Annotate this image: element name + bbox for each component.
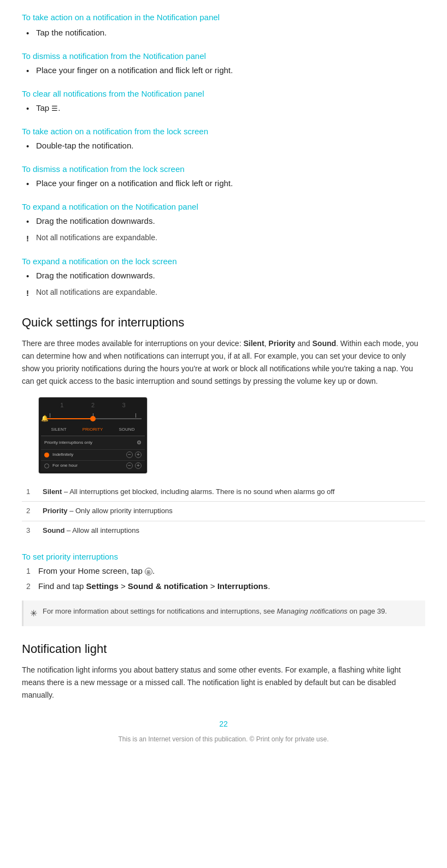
bullet-clear-all: • Tap ☰.: [26, 102, 425, 115]
bullet-text-expand-lock: Drag the notification downwards.: [36, 269, 425, 282]
step-number-2: 2: [26, 580, 38, 592]
legend-num-3: 3: [22, 521, 38, 540]
minus-button-2[interactable]: −: [126, 462, 133, 469]
legend-table: 1 Silent – All interruptions get blocked…: [22, 483, 425, 540]
device-number-1: 1: [56, 401, 67, 411]
priority-steps-list: 1 From your Home screen, tap ⊞. 2 Find a…: [26, 564, 425, 593]
legend-row-2: 2 Priority – Only allow priority interru…: [22, 502, 425, 521]
bullet-text-take-action-lock: Double-tap the notification.: [36, 139, 425, 152]
plus-button[interactable]: +: [135, 451, 142, 458]
device-options-bar: Priority interruptions only ⚙: [41, 436, 145, 449]
legend-row-1: 1 Silent – All interruptions get blocked…: [22, 483, 425, 502]
bullet-dot-6: •: [26, 215, 36, 228]
quick-settings-heading: Quick settings for interruptions: [22, 313, 425, 332]
radio-label-one-hour: For one hour: [52, 462, 78, 469]
tip-text: For more information about settings for …: [43, 606, 387, 617]
section-heading-expand-lock: To expand a notification on the lock scr…: [22, 255, 425, 268]
bullet-text-expand-panel: Drag the notification downwards.: [36, 215, 425, 228]
legend-num-1: 1: [22, 483, 38, 502]
section-heading-take-action-lock: To take action on a notification from th…: [22, 125, 425, 138]
legend-row-3: 3 Sound – Allow all interruptions: [22, 521, 425, 540]
tip-box: ✳ For more information about settings fo…: [22, 601, 425, 626]
step-1: 1 From your Home screen, tap ⊞.: [26, 564, 425, 578]
notification-light-body: The notification light informs you about…: [22, 664, 425, 701]
radio-unselected-circle: [44, 463, 49, 468]
step-text-2: Find and tap Settings > Sound & notifica…: [38, 580, 270, 593]
device-number-2: 2: [87, 401, 98, 411]
bullet-take-action-lock: • Double-tap the notification.: [26, 139, 425, 153]
bullet-dismiss-lock: • Place your finger on a notification an…: [26, 177, 425, 191]
notification-light-heading: Notification light: [22, 639, 425, 658]
device-numbers-row: 1 2 3: [41, 401, 145, 411]
bullet-expand-panel: • Drag the notification downwards.: [26, 215, 425, 228]
note-text-expand-panel: Not all notifications are expandable.: [36, 231, 425, 243]
note-expand-lock: ! Not all notifications are expandable.: [26, 286, 425, 300]
page-number: 22: [22, 718, 425, 730]
minus-button[interactable]: −: [126, 451, 133, 458]
footer-copyright: This is an Internet version of this publ…: [22, 734, 425, 745]
section-heading-clear-all: To clear all notifications from the Noti…: [22, 87, 425, 100]
note-expand-panel: ! Not all notifications are expandable.: [26, 231, 425, 245]
legend-desc-2: Priority – Only allow priority interrupt…: [38, 502, 425, 521]
label-priority: PRIORITY: [83, 426, 103, 433]
legend-desc-3: Sound – Allow all interruptions: [38, 521, 425, 540]
note-text-expand-lock: Not all notifications are expandable.: [36, 286, 425, 298]
quick-settings-body: There are three modes available for inte…: [22, 337, 425, 388]
device-radio-one-hour: For one hour − +: [41, 460, 145, 471]
bullet-dot-3: •: [26, 102, 36, 115]
step-number-1: 1: [26, 564, 38, 577]
legend-num-2: 2: [22, 502, 38, 521]
options-label: Priority interruptions only: [44, 439, 92, 447]
bullet-text-take-action-notification: Tap the notification.: [36, 26, 425, 39]
legend-desc-1: Silent – All interruptions get blocked, …: [38, 483, 425, 502]
section-heading-expand-panel: To expand a notification on the Notifica…: [22, 200, 425, 213]
step-2: 2 Find and tap Settings > Sound & notifi…: [26, 580, 425, 593]
section-heading-dismiss-panel: To dismiss a notification from the Notif…: [22, 50, 425, 63]
bullet-dot-5: •: [26, 177, 36, 191]
label-sound: SOUND: [119, 426, 135, 433]
section-heading-dismiss-lock: To dismiss a notification from the lock …: [22, 163, 425, 176]
exclamation-icon-1: !: [26, 232, 36, 245]
bullet-dot: •: [26, 27, 36, 40]
bullet-text-dismiss-panel: Place your finger on a notification and …: [36, 64, 425, 77]
bullet-dot-4: •: [26, 140, 36, 153]
device-screenshot: 1 2 3 🔔 SILENT PRIORITY SOUND Prior: [38, 397, 148, 474]
bullet-text-clear-all: Tap ☰.: [36, 102, 425, 115]
section-heading-take-action-notification: To take action on a notification in the …: [22, 11, 425, 24]
device-number-3: 3: [119, 401, 130, 411]
device-labels-row: SILENT PRIORITY SOUND: [41, 426, 145, 433]
gear-icon: ⚙: [137, 438, 142, 447]
radio-selected-circle: [44, 453, 49, 457]
label-silent: SILENT: [51, 426, 67, 433]
plus-button-2[interactable]: +: [135, 462, 142, 469]
device-radio-indefinitely: Indefinitely − +: [41, 449, 145, 460]
exclamation-icon-2: !: [26, 287, 36, 300]
bullet-take-action-notification: • Tap the notification.: [26, 26, 425, 40]
bullet-dismiss-panel: • Place your finger on a notification an…: [26, 64, 425, 78]
step-text-1: From your Home screen, tap ⊞.: [38, 564, 155, 578]
radio-label-indefinitely: Indefinitely: [52, 451, 73, 459]
bullet-text-dismiss-lock: Place your finger on a notification and …: [36, 177, 425, 190]
priority-interruptions-heading: To set priority interruptions: [22, 550, 425, 563]
bullet-dot-7: •: [26, 270, 36, 283]
bullet-dot-2: •: [26, 64, 36, 78]
bullet-expand-lock: • Drag the notification downwards.: [26, 269, 425, 283]
tip-icon: ✳: [30, 607, 37, 621]
